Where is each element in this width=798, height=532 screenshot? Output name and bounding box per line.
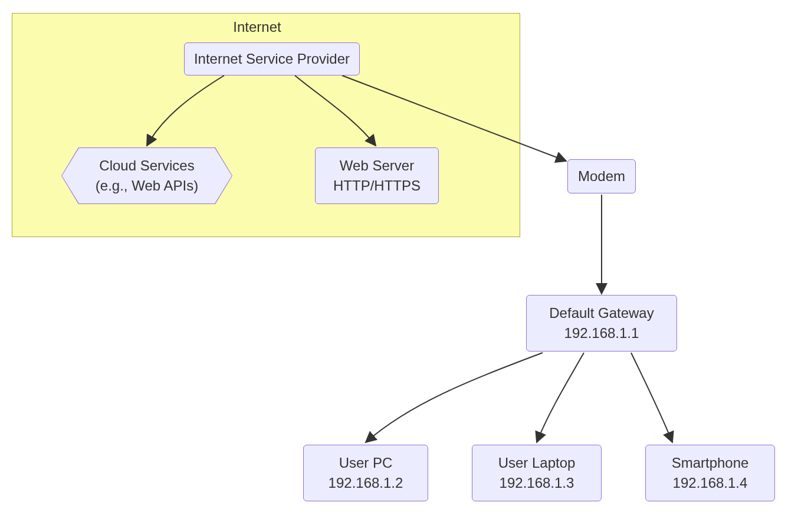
node-phone-line1: Smartphone xyxy=(672,453,749,473)
node-laptop-line1: User Laptop xyxy=(498,453,576,473)
node-pc-line2: 192.168.1.2 xyxy=(329,473,403,493)
node-webserver-line1: Web Server xyxy=(340,156,414,176)
node-gateway-line1: Default Gateway xyxy=(549,303,653,323)
node-default-gateway: Default Gateway 192.168.1.1 xyxy=(526,295,677,352)
node-cloud-services: Cloud Services (e.g., Web APIs) xyxy=(61,147,232,204)
diagram-canvas: Internet Internet Service Provider Cloud… xyxy=(0,0,798,532)
node-web-server: Web Server HTTP/HTTPS xyxy=(315,147,439,204)
group-internet-title: Internet xyxy=(222,19,293,35)
node-pc-line1: User PC xyxy=(339,453,393,473)
node-cloud-line2: (e.g., Web APIs) xyxy=(96,176,198,196)
node-cloud-line1: Cloud Services xyxy=(99,156,194,176)
node-webserver-line2: HTTP/HTTPS xyxy=(333,176,421,196)
node-laptop-line2: 192.168.1.3 xyxy=(500,473,574,493)
edge-gateway-laptop xyxy=(537,353,584,442)
node-smartphone: Smartphone 192.168.1.4 xyxy=(645,445,775,501)
node-user-pc: User PC 192.168.1.2 xyxy=(303,445,428,501)
edge-gateway-pc xyxy=(366,353,543,442)
node-gateway-line2: 192.168.1.1 xyxy=(564,323,639,343)
node-modem-label: Modem xyxy=(578,166,625,186)
node-isp: Internet Service Provider xyxy=(184,42,360,75)
node-user-laptop: User Laptop 192.168.1.3 xyxy=(472,445,602,501)
node-phone-line2: 192.168.1.4 xyxy=(673,473,748,493)
node-isp-label: Internet Service Provider xyxy=(194,49,350,69)
node-modem: Modem xyxy=(567,159,636,193)
edge-gateway-phone xyxy=(631,353,672,442)
